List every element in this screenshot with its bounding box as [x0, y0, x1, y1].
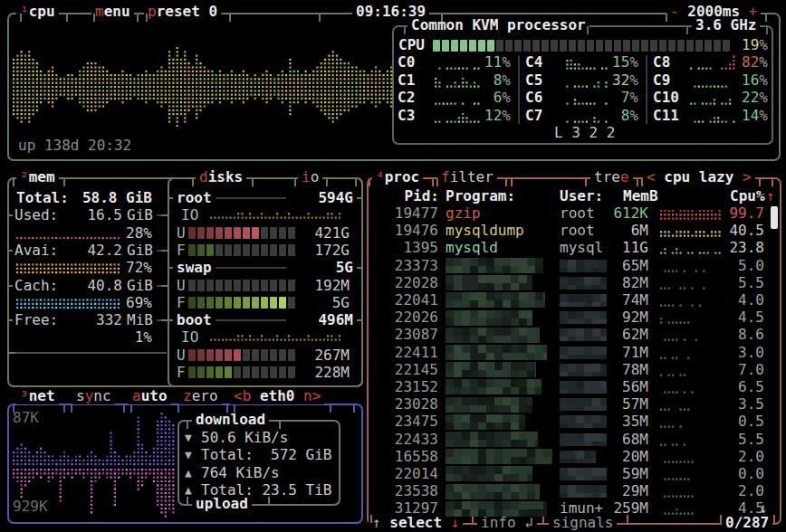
- col-header-user[interactable]: User:: [560, 188, 603, 204]
- core-name: C9: [653, 72, 670, 89]
- menu-button[interactable]: menu: [91, 4, 134, 20]
- border-junction: [441, 14, 443, 22]
- process-mem: 78M: [585, 362, 648, 378]
- disk-used-label: U: [177, 278, 186, 294]
- border-junction: [355, 178, 357, 186]
- proc-select-button[interactable]: ↑ select ↓: [369, 515, 463, 531]
- download-arrow-icon: ▼: [185, 430, 192, 446]
- core-percent: 12%: [458, 108, 511, 124]
- disks-io-button[interactable]: io: [298, 169, 322, 185]
- proc-filter-button[interactable]: filter: [437, 169, 497, 185]
- proc-signals-button[interactable]: signals: [549, 515, 617, 531]
- sort-prev-arrow: <: [647, 168, 656, 185]
- interval-decrease-button[interactable]: -: [670, 3, 679, 20]
- border-junction: [130, 404, 132, 413]
- process-pid: 19476: [384, 223, 438, 239]
- col-header-mem[interactable]: MemB: [623, 188, 658, 204]
- process-mem: 612K: [585, 205, 648, 222]
- load-average: L 3 2 2: [554, 125, 615, 141]
- disk-used-value: 192M: [295, 278, 350, 294]
- mem-stat-value: 16.5: [87, 207, 122, 223]
- col-header-cpu[interactable]: Cpu%: [730, 188, 765, 204]
- proc-scrollbar[interactable]: [771, 206, 778, 229]
- mem-box-title: ²mem: [16, 169, 59, 185]
- process-pid: 19477: [384, 205, 438, 222]
- sort-direction-icon: ↑: [766, 188, 775, 204]
- process-mem: 35M: [585, 413, 648, 430]
- process-mem: 59M: [585, 466, 648, 482]
- process-program-redacted: [446, 432, 538, 447]
- core-name: C7: [525, 108, 542, 124]
- process-program-redacted: [446, 258, 543, 273]
- upload-arrow-icon: ▲: [185, 482, 192, 499]
- upload-arrow-icon: ▲: [185, 465, 192, 481]
- preset-button[interactable]: preset 0: [144, 4, 221, 20]
- net-interface-switch[interactable]: <b eth0 n>: [230, 388, 324, 404]
- disk-free-meter: [188, 244, 297, 256]
- percent-sign: %: [759, 53, 768, 71]
- border-junction: [511, 178, 513, 186]
- disk-free-meter: [188, 297, 297, 309]
- mem-total-value: 58.8 GiB: [81, 190, 152, 206]
- uptime: up 138d 20:32: [18, 138, 131, 154]
- border-junction: [773, 515, 775, 523]
- disk-free-label: F: [177, 242, 186, 259]
- net-sync-button[interactable]: sync: [72, 388, 115, 404]
- mem-stat-unit: GiB: [123, 278, 157, 294]
- process-program-redacted: [446, 466, 532, 481]
- process-program-redacted: [446, 362, 536, 377]
- percent-sign: %: [502, 71, 511, 89]
- border-junction: [319, 14, 321, 22]
- process-pid: 22028: [384, 275, 438, 291]
- net-zero-button[interactable]: zero: [179, 388, 222, 404]
- core-percent: 7%: [586, 90, 638, 106]
- disk-io-label: IO: [181, 329, 198, 346]
- col-header-program[interactable]: Program:: [446, 188, 515, 204]
- border-junction: [326, 178, 328, 186]
- process-cpu: 23.8: [714, 240, 764, 256]
- disk-used-value: 267M: [295, 347, 350, 364]
- mem-stat-label: Free:: [14, 312, 58, 328]
- mem-total-label: Total:: [16, 190, 69, 206]
- process-pid: 23373: [384, 258, 438, 274]
- cpu-frequency: 3.6 GHz: [692, 17, 760, 33]
- process-program-redacted: [446, 345, 547, 360]
- core-name: C10: [653, 90, 679, 106]
- disk-size: 5G: [286, 260, 357, 276]
- border-junction: [252, 178, 254, 186]
- disk-free-value: 228M: [295, 365, 350, 381]
- cpu-total-percent: 19%: [715, 37, 768, 53]
- core-percent-value: 15: [612, 53, 629, 71]
- process-program-redacted: [446, 310, 532, 326]
- disk-free-label: F: [177, 365, 186, 381]
- process-pid: 22041: [384, 292, 438, 309]
- border-junction: [226, 404, 228, 413]
- disks-box-title[interactable]: disks: [196, 169, 246, 185]
- net-auto-button[interactable]: auto: [129, 388, 171, 404]
- proc-selected-count: 0/287: [722, 515, 772, 531]
- process-pid: 22433: [384, 432, 438, 448]
- core-name: C3: [398, 108, 415, 124]
- core-name: C11: [653, 108, 679, 124]
- core-percent: 14%: [715, 108, 768, 124]
- btop-screen: ¹cpu menu preset 0 09:16:39 - 2000ms + C…: [0, 0, 786, 532]
- border-junction: [63, 404, 65, 413]
- core-name: C6: [525, 90, 542, 106]
- border-junction: [404, 26, 406, 34]
- proc-tree-button[interactable]: tree: [590, 169, 633, 185]
- process-pid: 1395: [384, 240, 438, 256]
- col-header-pid[interactable]: Pid:: [396, 188, 439, 204]
- proc-info-button[interactable]: info ↲: [477, 515, 537, 531]
- percent-sign: %: [759, 89, 768, 106]
- core-percent-value: 14: [742, 107, 759, 124]
- mem-stat-pair: Avai:42.2: [13, 242, 124, 259]
- mem-bottom-divider: [10, 352, 167, 354]
- disk-free-meter: [188, 366, 297, 378]
- mem-row-tick-right: [161, 250, 168, 252]
- proc-sort-selector[interactable]: < cpu lazy >: [643, 169, 755, 185]
- core-percent-value: 32: [612, 71, 629, 89]
- process-program-redacted: [446, 275, 532, 290]
- process-mem: 57M: [585, 396, 648, 413]
- border-junction: [20, 14, 22, 22]
- percent-sign: %: [629, 71, 638, 89]
